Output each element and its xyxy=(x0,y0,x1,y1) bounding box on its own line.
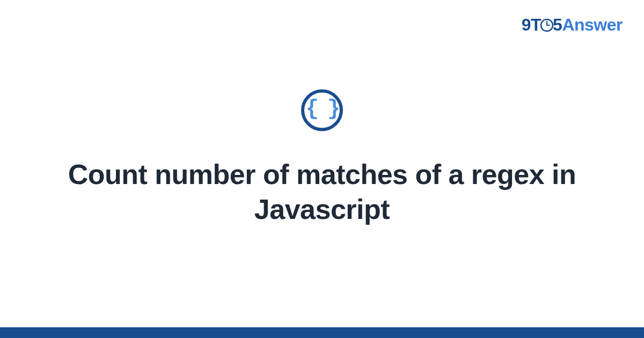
braces-glyph: { } xyxy=(306,99,338,120)
page-title: Count number of matches of a regex in Ja… xyxy=(32,157,612,227)
clock-icon xyxy=(540,18,554,32)
site-logo: 9T5Answer xyxy=(522,15,623,35)
logo-part-9t: 9T xyxy=(522,15,541,34)
logo-part-5: 5 xyxy=(553,15,562,34)
code-braces-icon: { } xyxy=(301,90,343,131)
logo-part-answer: Answer xyxy=(562,15,623,34)
main-content: { } Count number of matches of a regex i… xyxy=(0,90,644,227)
footer-accent-bar xyxy=(0,327,644,338)
